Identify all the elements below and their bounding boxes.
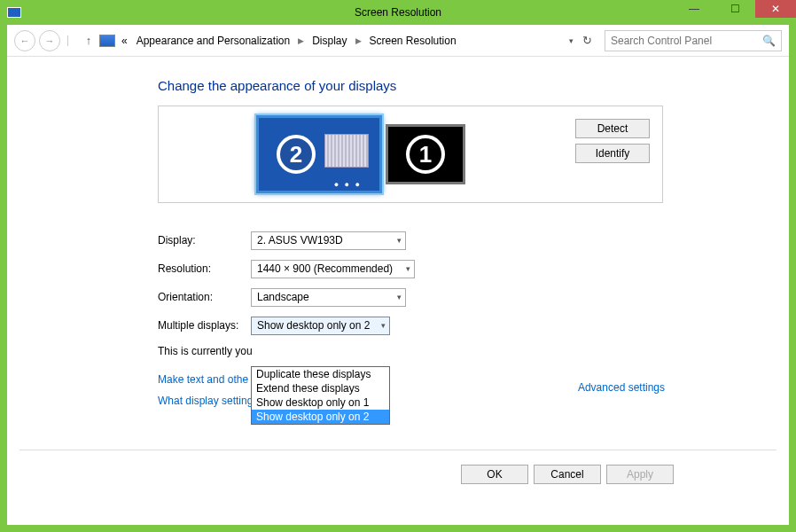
dialog-buttons: OK Cancel Apply — [461, 465, 674, 484]
address-dropdown-icon[interactable]: ▾ — [569, 36, 574, 45]
refresh-icon[interactable]: ↻ — [582, 34, 592, 47]
text-size-link[interactable]: Make text and othe — [158, 373, 248, 386]
apply-button[interactable]: Apply — [606, 465, 674, 484]
main-panel: Change the appearance of your displays 2… — [7, 57, 789, 407]
monitor-1[interactable]: 1 — [386, 124, 465, 184]
back-button[interactable]: ← — [14, 30, 35, 51]
multiple-displays-dropdown[interactable]: Duplicate these displays Extend these di… — [251, 366, 390, 425]
resolution-combo[interactable]: 1440 × 900 (Recommended)▾ — [251, 260, 415, 278]
window: Screen Resolution — ☐ ✕ ← → ↑ « Appearan… — [0, 0, 796, 532]
separator — [67, 35, 74, 46]
address-bar[interactable]: « Appearance and Personalization ▶ Displ… — [99, 33, 592, 49]
advanced-settings-link[interactable]: Advanced settings — [578, 381, 665, 394]
display-combo[interactable]: 2. ASUS VW193D▾ — [251, 231, 406, 250]
display-label: Display: — [158, 234, 251, 246]
page-heading: Change the appearance of your displays — [158, 78, 789, 93]
dropdown-option-selected[interactable]: Show desktop only on 2 — [252, 410, 389, 424]
main-display-note: This is currently you — [158, 345, 789, 357]
ok-button[interactable]: OK — [461, 465, 528, 484]
breadcrumb-item[interactable]: Appearance and Personalization — [134, 33, 293, 49]
close-button[interactable]: ✕ — [755, 0, 796, 18]
maximize-button[interactable]: ☐ — [714, 0, 755, 18]
minimize-button[interactable]: — — [674, 0, 714, 18]
monitor-menu-icon[interactable]: ● ● ● — [334, 180, 362, 189]
divider — [20, 450, 776, 450]
chevron-right-icon[interactable]: ▶ — [296, 36, 306, 45]
dropdown-option[interactable]: Extend these displays — [252, 381, 389, 395]
monitor-number: 2 — [277, 135, 316, 174]
dropdown-option[interactable]: Show desktop only on 1 — [252, 395, 389, 410]
chevron-down-icon: ▾ — [397, 293, 402, 301]
display-preview[interactable]: 2 ● ● ● 1 Detect Identify — [158, 106, 663, 203]
window-title: Screen Resolution — [355, 6, 441, 19]
app-icon — [7, 7, 21, 18]
up-button[interactable]: ↑ — [82, 34, 96, 48]
titlebar[interactable]: Screen Resolution — ☐ ✕ — [0, 0, 796, 25]
search-box[interactable]: 🔍 — [605, 30, 782, 51]
resolution-label: Resolution: — [158, 262, 251, 275]
orientation-combo[interactable]: Landscape▾ — [251, 288, 406, 307]
monitor-screen-icon — [324, 134, 369, 168]
breadcrumb-item[interactable]: Screen Resolution — [367, 33, 459, 49]
control-panel-icon — [99, 35, 115, 47]
breadcrumb-prefix: « — [119, 33, 130, 49]
monitor-2[interactable]: 2 ● ● ● — [256, 115, 382, 193]
chevron-down-icon: ▾ — [381, 321, 386, 330]
breadcrumb-item[interactable]: Display — [309, 33, 349, 49]
multiple-displays-combo[interactable]: Show desktop only on 2▾ — [251, 317, 390, 335]
dropdown-option[interactable]: Duplicate these displays — [252, 367, 389, 381]
forward-button[interactable]: → — [39, 30, 60, 51]
search-input[interactable] — [611, 35, 762, 47]
toolbar: ← → ↑ « Appearance and Personalization ▶… — [7, 25, 789, 57]
chevron-down-icon: ▾ — [406, 264, 410, 273]
multiple-displays-label: Multiple displays: — [158, 319, 251, 332]
window-controls: — ☐ ✕ — [674, 0, 796, 18]
monitor-number: 1 — [406, 135, 445, 174]
orientation-label: Orientation: — [158, 291, 251, 303]
chevron-right-icon[interactable]: ▶ — [354, 36, 363, 45]
identify-button[interactable]: Identify — [575, 144, 650, 163]
cancel-button[interactable]: Cancel — [534, 465, 601, 484]
content-area: ← → ↑ « Appearance and Personalization ▶… — [7, 25, 789, 525]
search-icon[interactable]: 🔍 — [762, 35, 776, 47]
detect-button[interactable]: Detect — [575, 119, 650, 138]
chevron-down-icon: ▾ — [397, 236, 402, 245]
